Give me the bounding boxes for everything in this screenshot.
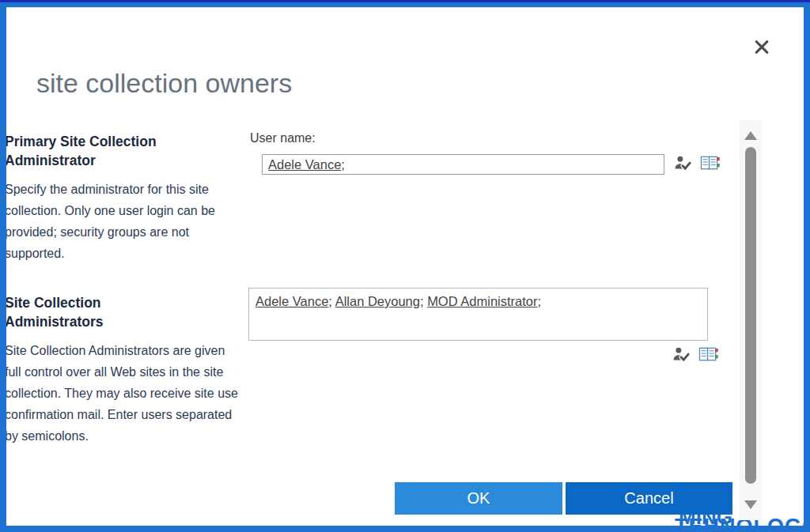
close-icon[interactable] — [751, 36, 773, 58]
check-names-icon[interactable] — [673, 154, 693, 172]
check-names-icon[interactable] — [672, 345, 691, 364]
scrollbar-thumb[interactable] — [745, 147, 756, 484]
page-title: site collection owners — [36, 68, 292, 99]
window-border-top — [0, 2, 810, 7]
site-admins-heading: Site Collection Administrators — [5, 293, 202, 331]
user-name-label: User name: — [250, 131, 316, 145]
site-admins-description: Site Collection Administrators are given… — [5, 340, 244, 447]
resolved-user: MOD Administrator — [427, 294, 537, 308]
window-border-right — [804, 0, 810, 532]
admins-picker-icons — [672, 345, 718, 364]
window-border-bottom — [0, 526, 810, 532]
resolved-user: Adele Vance — [255, 294, 328, 308]
user-name-input[interactable]: Adele Vance; — [262, 154, 664, 175]
administrators-textarea[interactable]: Adele Vance; Allan Deyoung; MOD Administ… — [248, 288, 708, 341]
scroll-down-icon[interactable] — [744, 500, 757, 509]
primary-admin-description: Specify the administrator for this site … — [5, 179, 244, 264]
address-book-icon[interactable] — [698, 345, 718, 364]
resolved-user: Adele Vance — [268, 157, 341, 172]
primary-admin-section: Primary Site Collection Administrator Sp… — [5, 132, 244, 264]
scrollbar[interactable] — [740, 120, 762, 520]
scroll-up-icon[interactable] — [744, 131, 757, 140]
cancel-button[interactable]: Cancel — [566, 482, 732, 515]
site-admins-section: Site Collection Administrators Site Coll… — [5, 293, 244, 447]
window-border-top-accent — [0, 0, 810, 2]
primary-admin-heading: Primary Site Collection Administrator — [5, 132, 202, 170]
primary-picker-icons — [673, 154, 720, 172]
window-border-left — [0, 0, 6, 532]
address-book-icon[interactable] — [700, 154, 720, 172]
resolved-user: Allan Deyoung — [335, 294, 420, 308]
ok-button[interactable]: OK — [395, 482, 562, 515]
window-border-topline — [6, 7, 804, 8]
